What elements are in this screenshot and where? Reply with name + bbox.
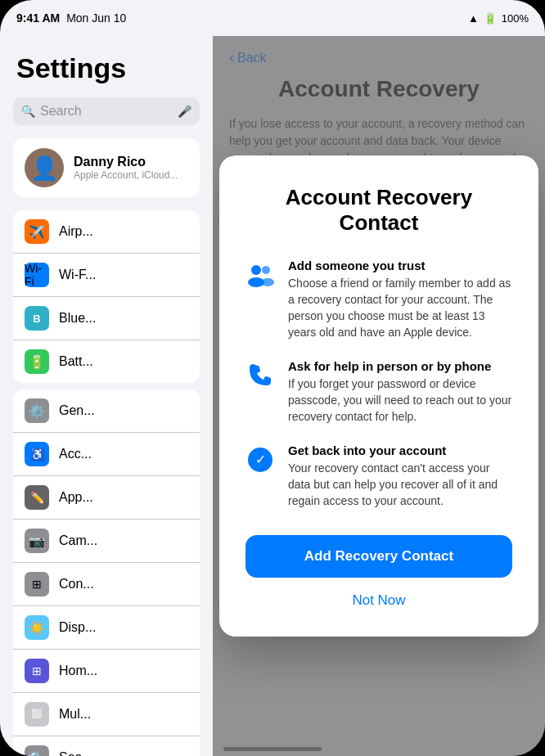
feature-2-icon-wrap — [245, 361, 275, 390]
camera-label: Cam... — [59, 533, 97, 548]
display-label: Disp... — [59, 620, 96, 635]
avatar-image: 👤 — [30, 155, 59, 182]
homescreen-icon: ⊞ — [25, 659, 49, 683]
feature-3-desc: Your recovery contact can't access your … — [288, 460, 512, 510]
modal-feature-1: Add someone you trust Choose a friend or… — [245, 259, 512, 341]
homescreen-label: Hom... — [59, 664, 97, 678]
accessibility-icon: ♿ — [25, 442, 49, 466]
control-label: Con... — [59, 577, 94, 592]
add-recovery-contact-button[interactable]: Add Recovery Contact — [245, 535, 512, 578]
sidebar: Settings 🔍 Search 🎤 👤 Danny Rico Apple A… — [0, 36, 213, 756]
not-now-button[interactable]: Not Now — [245, 589, 512, 612]
sidebar-item-homescreen[interactable]: ⊞ Hom... — [13, 650, 200, 693]
feature-3-title: Get back into your account — [288, 443, 512, 457]
battery-label: Batt... — [59, 354, 93, 369]
sidebar-item-battery[interactable]: 🔋 Batt... — [13, 340, 200, 383]
wifi-icon: ▲ — [468, 12, 479, 25]
right-panel: ‹ Back Account Recovery If you lose acce… — [213, 36, 545, 756]
mic-icon: 🎤 — [178, 105, 191, 118]
accessibility-label: Acc... — [59, 447, 92, 461]
phone-icon — [248, 362, 272, 389]
ipad-frame: 9:41 AM Mon Jun 10 ▲ 🔋 100% Settings 🔍 S… — [0, 0, 545, 756]
feature-3-icon-wrap: ✓ — [245, 445, 275, 475]
svg-point-3 — [261, 278, 274, 286]
camera-icon: 📷 — [25, 529, 49, 553]
bluetooth-label: Blue... — [59, 311, 96, 326]
general-label: Gen... — [59, 403, 95, 418]
user-profile[interactable]: 👤 Danny Rico Apple Account, iCloud... — [13, 138, 200, 197]
search-bar[interactable]: 🔍 Search 🎤 — [13, 97, 200, 125]
multitask-icon: ⬜ — [25, 702, 49, 727]
modal-overlay: Account Recovery Contact A — [213, 36, 545, 756]
sidebar-item-multitasking[interactable]: ⬜ Mul... — [13, 693, 200, 736]
modal: Account Recovery Contact A — [219, 155, 538, 637]
settings-group-1: ✈️ Airp... Wi-Fi Wi-F... B Blue... 🔋 Bat… — [13, 210, 200, 383]
user-subtitle: Apple Account, iCloud... — [74, 169, 178, 181]
avatar: 👤 — [25, 148, 64, 187]
feature-2-text: Ask for help in person or by phone If yo… — [288, 359, 512, 425]
svg-point-0 — [251, 265, 261, 275]
pencil-icon: ✏️ — [25, 485, 49, 510]
people-icon — [245, 263, 275, 287]
sidebar-item-control[interactable]: ⊞ Con... — [13, 563, 200, 606]
sidebar-item-airplane[interactable]: ✈️ Airp... — [13, 210, 200, 254]
feature-1-title: Add someone you trust — [288, 259, 512, 272]
main-content: Settings 🔍 Search 🎤 👤 Danny Rico Apple A… — [0, 36, 545, 756]
sidebar-item-accessibility[interactable]: ♿ Acc... — [13, 433, 200, 476]
search-input[interactable]: Search — [40, 104, 173, 119]
airplane-label: Airp... — [59, 224, 93, 239]
battery-icon: 🔋 — [484, 12, 497, 25]
multitask-label: Mul... — [59, 707, 91, 722]
sidebar-item-camera[interactable]: 📷 Cam... — [13, 520, 200, 563]
pencil-label: App... — [59, 490, 93, 505]
status-bar: 9:41 AM Mon Jun 10 ▲ 🔋 100% — [0, 0, 545, 36]
search-settings-label: Sea... — [59, 750, 93, 756]
battery-percent: 100% — [502, 12, 529, 25]
feature-1-icon-wrap — [245, 260, 275, 290]
search-icon: 🔍 — [21, 105, 35, 118]
feature-3-text: Get back into your account Your recovery… — [288, 443, 512, 510]
general-icon: ⚙️ — [25, 398, 49, 423]
feature-2-title: Ask for help in person or by phone — [288, 359, 512, 373]
wifi-settings-icon: Wi-Fi — [25, 263, 49, 287]
settings-group-2: ⚙️ Gen... ♿ Acc... ✏️ App... 📷 Cam... ⊞ — [13, 389, 200, 756]
bluetooth-icon: B — [25, 306, 49, 331]
status-icons: ▲ 🔋 100% — [468, 12, 529, 25]
sidebar-item-display[interactable]: ☀️ Disp... — [13, 606, 200, 650]
battery-settings-icon: 🔋 — [25, 349, 49, 374]
user-name: Danny Rico — [74, 155, 178, 169]
user-info: Danny Rico Apple Account, iCloud... — [74, 155, 178, 181]
modal-feature-3: ✓ Get back into your account Your recove… — [245, 443, 512, 510]
feature-1-desc: Choose a friend or family member to add … — [288, 275, 512, 341]
modal-feature-2: Ask for help in person or by phone If yo… — [245, 359, 512, 425]
checkmark-icon: ✓ — [248, 448, 272, 472]
control-icon: ⊞ — [25, 572, 49, 596]
sidebar-item-search[interactable]: 🔍 Sea... — [13, 736, 200, 756]
svg-point-2 — [262, 266, 270, 274]
airplane-icon: ✈️ — [25, 219, 49, 244]
wifi-label: Wi-F... — [59, 268, 96, 282]
status-time: 9:41 AM — [16, 11, 60, 25]
sidebar-item-general[interactable]: ⚙️ Gen... — [13, 389, 200, 433]
status-date: Mon Jun 10 — [66, 11, 126, 25]
sidebar-item-applepencil[interactable]: ✏️ App... — [13, 476, 200, 520]
feature-2-desc: If you forget your password or device pa… — [288, 376, 512, 425]
display-icon: ☀️ — [25, 615, 49, 640]
sidebar-item-wifi[interactable]: Wi-Fi Wi-F... — [13, 254, 200, 297]
search-settings-icon: 🔍 — [25, 745, 49, 756]
modal-title: Account Recovery Contact — [245, 185, 512, 236]
sidebar-item-bluetooth[interactable]: B Blue... — [13, 297, 200, 340]
feature-1-text: Add someone you trust Choose a friend or… — [288, 259, 512, 341]
sidebar-title: Settings — [0, 52, 213, 97]
